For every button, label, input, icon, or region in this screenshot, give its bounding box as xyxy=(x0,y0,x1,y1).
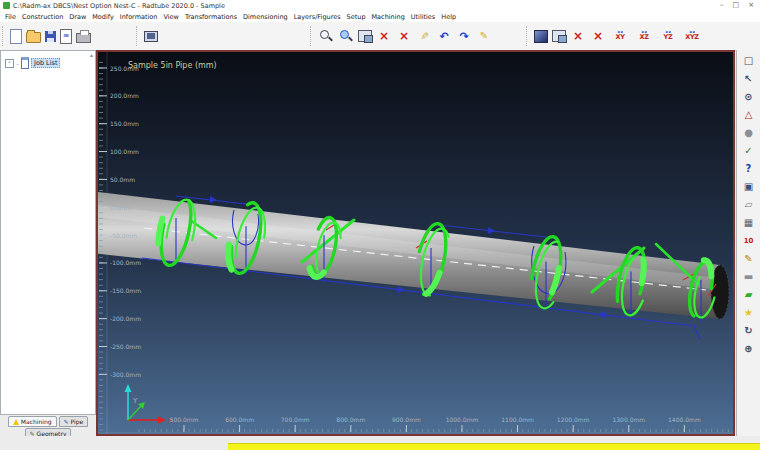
prompt-bar xyxy=(228,443,760,450)
dimension-ten-icon[interactable]: 10 xyxy=(740,233,757,249)
axis-y-label: Y xyxy=(132,397,138,405)
warning-triangle-icon xyxy=(13,419,19,425)
h-ruler-label: 700.0mm xyxy=(281,416,310,423)
h-ruler-label: 1100.0mm xyxy=(501,416,534,423)
zoom-icon[interactable] xyxy=(318,28,334,44)
h-ruler-label: 1300.0mm xyxy=(612,416,645,423)
view-xz-button[interactable]: XZ xyxy=(634,28,654,44)
v-ruler-label: -200.0mm xyxy=(110,315,141,322)
h-ruler-label: 500.0mm xyxy=(170,416,199,423)
triangle-tool-icon[interactable]: △ xyxy=(740,107,757,123)
menu-file[interactable]: File xyxy=(2,13,19,21)
zoom-previous-icon[interactable]: × xyxy=(396,28,412,44)
h-ruler-label: 800.0mm xyxy=(336,416,365,423)
tab-pipe[interactable]: ✎ Pipe xyxy=(59,416,89,427)
open-file-icon[interactable] xyxy=(26,32,41,43)
isometric-view-icon[interactable] xyxy=(534,30,548,43)
menu-utilities[interactable]: Utilities xyxy=(408,13,438,21)
fit-view-icon[interactable]: × xyxy=(570,28,586,44)
menu-layers-figures[interactable]: Layers/Figures xyxy=(291,13,344,21)
job-list-panel: ▴ – Job List xyxy=(0,50,96,415)
redraw-brush-icon[interactable]: ✎ xyxy=(416,28,432,44)
probe-icon[interactable]: ⊕ xyxy=(740,341,757,357)
zoom-extents-icon[interactable]: × xyxy=(376,28,392,44)
view-xyz-button[interactable]: XYZ xyxy=(682,28,702,44)
menu-construction[interactable]: Construction xyxy=(19,13,66,21)
panel-pin-icon[interactable]: ▴ xyxy=(90,52,93,58)
new-file-icon[interactable] xyxy=(10,29,22,44)
menu-machining[interactable]: Machining xyxy=(369,13,408,21)
tree-row-job-list[interactable]: – Job List xyxy=(5,57,95,69)
viewport-layout-icon[interactable] xyxy=(552,30,566,42)
menu-view[interactable]: View xyxy=(160,13,181,21)
zoom-window-icon[interactable] xyxy=(358,30,372,42)
right-toolbar: □↖⊙△●✓?▣▱▦10✎▬▰★↻⊕ xyxy=(736,50,760,436)
star-icon[interactable]: ★ xyxy=(740,305,757,321)
toolbar-group-view-tools: ××✎↶↷✎ xyxy=(310,26,492,46)
v-ruler-label: -300.0mm xyxy=(110,371,141,378)
view-xy-button[interactable]: XY xyxy=(610,28,630,44)
select-box-icon[interactable]: □ xyxy=(740,53,757,69)
fan-part-icon[interactable]: ▰ xyxy=(740,287,757,303)
tab-machining[interactable]: Machining xyxy=(8,416,57,427)
zoom-dynamic-icon[interactable] xyxy=(338,28,354,44)
maximize-button[interactable]: □ xyxy=(733,2,740,9)
rotate-plus-icon[interactable]: ↻ xyxy=(740,323,757,339)
menu-help[interactable]: Help xyxy=(438,13,459,21)
save-file-icon[interactable] xyxy=(45,31,56,42)
v-ruler-label: 0.0mm xyxy=(110,204,131,211)
close-button[interactable]: × xyxy=(748,2,754,9)
slab-icon[interactable]: ▬ xyxy=(740,269,757,285)
undo-icon[interactable]: ↶ xyxy=(436,28,452,44)
v-ruler-label: -150.0mm xyxy=(110,287,141,294)
h-ruler-label: 600.0mm xyxy=(225,416,254,423)
menu-transformations[interactable]: Transformations xyxy=(182,13,240,21)
pick-arrow-icon[interactable]: ↖ xyxy=(740,71,757,87)
app-logo-icon xyxy=(3,2,10,9)
tab-label: Machining xyxy=(21,418,52,425)
query-icon[interactable]: ? xyxy=(740,161,757,177)
h-ruler-label: 1200.0mm xyxy=(557,416,590,423)
menu-draw[interactable]: Draw xyxy=(66,13,89,21)
rotate-view-icon[interactable]: × xyxy=(590,28,606,44)
viewport-canvas[interactable]: X Y Sample 5in Pipe (mm) 250.0mm200.0mm1… xyxy=(96,50,735,436)
v-ruler-label: -250.0mm xyxy=(110,343,141,350)
menu-information[interactable]: Information xyxy=(117,13,161,21)
solid-sphere-icon[interactable]: ● xyxy=(740,125,757,141)
menu-setup[interactable]: Setup xyxy=(344,13,369,21)
redo-icon[interactable]: ↷ xyxy=(456,28,472,44)
part-list-report-icon[interactable]: ≡ xyxy=(60,29,72,44)
verify-check-icon[interactable]: ✓ xyxy=(740,143,757,159)
tree-connector: – xyxy=(16,60,19,67)
h-ruler-label: 1400.0mm xyxy=(668,416,701,423)
document-icon xyxy=(21,57,29,69)
main-toolbar: ≡××✎↶↷✎××XYXZYZXYZ xyxy=(0,22,760,51)
scene-3d: X Y xyxy=(98,52,733,434)
v-ruler-label: 150.0mm xyxy=(110,120,139,127)
screen-preview-icon[interactable] xyxy=(144,31,158,42)
menu-dimensioning[interactable]: Dimensioning xyxy=(240,13,291,21)
v-ruler-label: 200.0mm xyxy=(110,92,139,99)
v-ruler-label: 50.0mm xyxy=(110,176,135,183)
pencil-tool-icon[interactable]: ✎ xyxy=(740,251,757,267)
tree-expander-icon[interactable] xyxy=(5,59,14,68)
view-yz-button[interactable]: YZ xyxy=(658,28,678,44)
toolbar-group-view-planes: ××XYXZYZXYZ xyxy=(526,26,702,46)
v-ruler-label: -100.0mm xyxy=(110,259,141,266)
toolbar-group-file: ≡ xyxy=(2,26,91,46)
print-icon[interactable] xyxy=(76,33,91,43)
window-title: C:\Radm-ax DBCS\Nest Option Nest-C - Rad… xyxy=(13,2,225,10)
highlight-pen-icon[interactable]: ✎ xyxy=(476,28,492,44)
minimize-button[interactable]: – xyxy=(720,2,724,9)
simulate-view-icon[interactable]: ▣ xyxy=(740,179,757,195)
scene-title: Sample 5in Pipe (mm) xyxy=(128,61,217,70)
grid-icon[interactable]: ▦ xyxy=(740,215,757,231)
angle-measure-icon[interactable]: ⊙ xyxy=(740,89,757,105)
pencil-icon: ✎ xyxy=(64,418,69,425)
v-ruler-label: -50.0mm xyxy=(110,232,137,239)
window-controls: – □ × xyxy=(720,2,760,9)
menu-modify[interactable]: Modify xyxy=(89,13,117,21)
tree-label-job-list[interactable]: Job List xyxy=(31,58,60,68)
sheet-icon[interactable]: ▱ xyxy=(740,197,757,213)
toolbar-group-preview xyxy=(136,26,158,46)
